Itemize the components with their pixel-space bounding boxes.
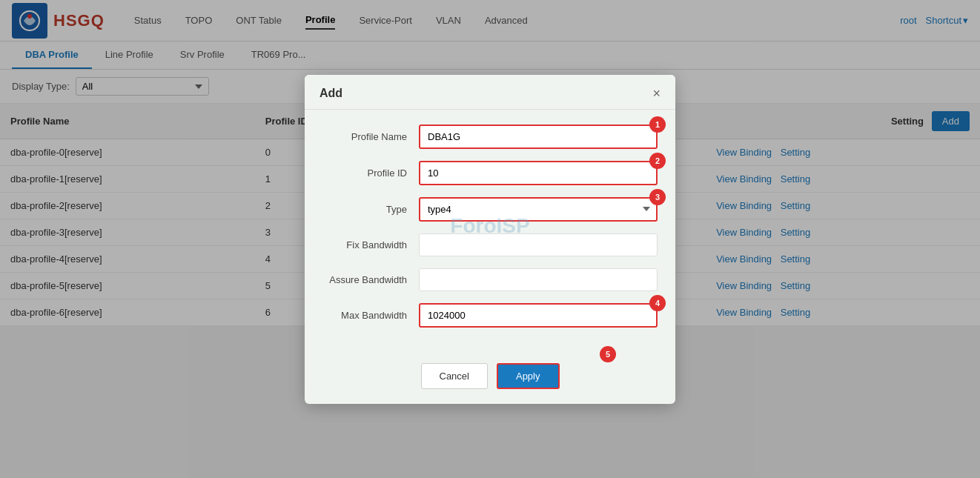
profile-name-input[interactable]: [419, 125, 658, 149]
max-bw-label: Max Bandwidth: [322, 310, 419, 321]
add-modal: Add × ForoISP Profile Name 1 Profile ID …: [305, 75, 675, 327]
form-row-type: Type type4 type1 type2 type3 type5 3: [322, 197, 658, 222]
badge-4: 4: [649, 295, 666, 311]
fix-bw-input[interactable]: [419, 233, 658, 256]
modal-close-button[interactable]: ×: [652, 87, 660, 100]
assure-bw-label: Assure Bandwidth: [322, 274, 419, 285]
form-row-profile-name: Profile Name 1: [322, 125, 658, 149]
form-row-fix-bw: Fix Bandwidth: [322, 233, 658, 256]
assure-bw-input[interactable]: [419, 268, 658, 291]
form-row-max-bw: Max Bandwidth 4: [322, 303, 658, 327]
type-label: Type: [322, 204, 419, 215]
fix-bw-label: Fix Bandwidth: [322, 239, 419, 250]
modal-overlay: Add × ForoISP Profile Name 1 Profile ID …: [0, 0, 980, 326]
type-select[interactable]: type4 type1 type2 type3 type5: [419, 197, 658, 222]
profile-id-input[interactable]: [419, 161, 658, 185]
badge-2: 2: [649, 153, 666, 169]
modal-body-inner: ForoISP Profile Name 1 Profile ID 2 Type: [322, 125, 658, 327]
profile-name-label: Profile Name: [322, 131, 419, 142]
max-bw-input[interactable]: [419, 303, 658, 327]
profile-id-label: Profile ID: [322, 167, 419, 179]
badge-1: 1: [649, 116, 666, 133]
form-row-profile-id: Profile ID 2: [322, 161, 658, 185]
modal-header: Add ×: [305, 75, 675, 110]
modal-body: ForoISP Profile Name 1 Profile ID 2 Type: [305, 110, 675, 327]
badge-3: 3: [649, 189, 666, 205]
form-row-assure-bw: Assure Bandwidth: [322, 268, 658, 291]
modal-title: Add: [320, 87, 342, 100]
